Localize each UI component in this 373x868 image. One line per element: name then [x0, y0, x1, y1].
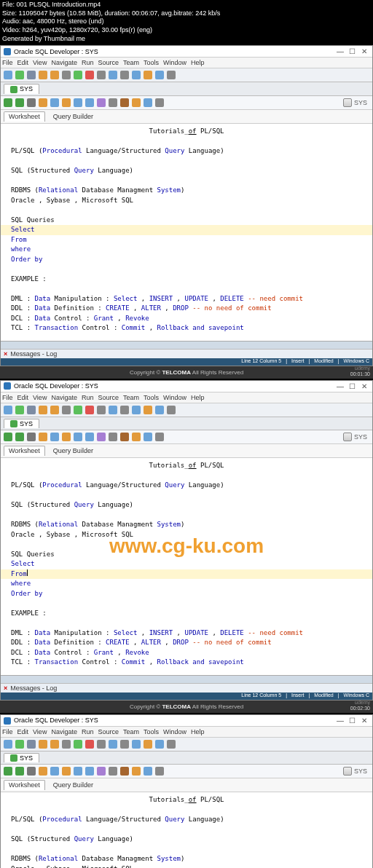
- tab-query-builder[interactable]: Query Builder: [48, 111, 98, 122]
- connection-picker[interactable]: SYS: [341, 433, 369, 441]
- sql-toolbar-icon[interactable]: [27, 98, 36, 107]
- toolbar-icon[interactable]: [132, 71, 141, 79]
- toolbar-icon[interactable]: [27, 406, 36, 414]
- close-icon[interactable]: ×: [4, 350, 7, 358]
- sql-toolbar-icon[interactable]: [27, 767, 36, 776]
- sql-toolbar-icon[interactable]: [120, 767, 129, 776]
- sql-toolbar-icon[interactable]: [109, 98, 117, 107]
- maximize-button[interactable]: ☐: [347, 382, 357, 390]
- toolbar-icon[interactable]: [144, 71, 152, 79]
- tab-worksheet[interactable]: Worksheet: [4, 780, 45, 790]
- menu-item[interactable]: Run: [82, 59, 94, 66]
- toolbar-icon[interactable]: [50, 71, 59, 79]
- menu-item[interactable]: Help: [191, 59, 205, 66]
- tab-query-builder[interactable]: Query Builder: [48, 780, 98, 790]
- sql-toolbar-icon[interactable]: [27, 433, 36, 441]
- sql-editor[interactable]: Tutorials_of PL/SQL PL/SQL (Procedural L…: [1, 458, 372, 675]
- sql-toolbar-icon[interactable]: [97, 767, 106, 776]
- toolbar-icon[interactable]: [109, 406, 117, 414]
- toolbar-icon[interactable]: [4, 406, 12, 414]
- sql-toolbar-icon[interactable]: [74, 98, 82, 107]
- sql-toolbar-icon[interactable]: [144, 98, 152, 107]
- toolbar-icon[interactable]: [39, 71, 47, 79]
- toolbar-icon[interactable]: [97, 740, 106, 749]
- tab-worksheet[interactable]: Worksheet: [4, 111, 45, 122]
- menu-item[interactable]: View: [33, 728, 47, 735]
- close-button[interactable]: ✕: [359, 382, 369, 390]
- sql-toolbar-icon[interactable]: [155, 433, 164, 441]
- menu-item[interactable]: Tools: [144, 394, 159, 401]
- messages-tab[interactable]: ×Messages - Log: [1, 683, 372, 693]
- toolbar-icon[interactable]: [62, 740, 71, 749]
- sql-toolbar-icon[interactable]: [132, 98, 141, 107]
- connection-tab[interactable]: SYS: [4, 419, 39, 429]
- toolbar-icon[interactable]: [74, 740, 82, 749]
- close-icon[interactable]: ×: [4, 684, 7, 692]
- sql-toolbar-icon[interactable]: [132, 767, 141, 776]
- sql-toolbar-icon[interactable]: [85, 433, 94, 441]
- menu-item[interactable]: Edit: [17, 59, 29, 66]
- sql-toolbar-icon[interactable]: [15, 98, 24, 107]
- toolbar-icon[interactable]: [15, 406, 24, 414]
- menu-item[interactable]: File: [2, 394, 13, 401]
- sql-toolbar-icon[interactable]: [144, 767, 152, 776]
- toolbar-icon[interactable]: [74, 71, 82, 79]
- sql-toolbar-icon[interactable]: [4, 98, 12, 107]
- toolbar-icon[interactable]: [120, 71, 129, 79]
- menu-item[interactable]: Source: [98, 728, 119, 735]
- sql-toolbar-icon[interactable]: [155, 98, 164, 107]
- sql-toolbar-icon[interactable]: [39, 433, 47, 441]
- toolbar-icon[interactable]: [155, 740, 164, 749]
- menu-item[interactable]: File: [2, 728, 13, 735]
- toolbar-icon[interactable]: [109, 71, 117, 79]
- toolbar-icon[interactable]: [62, 406, 71, 414]
- toolbar-icon[interactable]: [144, 740, 152, 749]
- maximize-button[interactable]: ☐: [347, 717, 357, 725]
- toolbar-icon[interactable]: [62, 71, 71, 79]
- menu-item[interactable]: Tools: [144, 728, 159, 735]
- connection-picker[interactable]: SYS: [341, 98, 369, 107]
- menu-item[interactable]: Run: [82, 394, 94, 401]
- sql-toolbar-icon[interactable]: [50, 767, 59, 776]
- messages-tab[interactable]: ×Messages - Log: [1, 349, 372, 358]
- toolbar-icon[interactable]: [85, 71, 94, 79]
- toolbar-icon[interactable]: [4, 740, 12, 749]
- minimize-button[interactable]: —: [335, 382, 345, 390]
- sql-toolbar-icon[interactable]: [74, 767, 82, 776]
- maximize-button[interactable]: ☐: [347, 47, 357, 55]
- toolbar-icon[interactable]: [167, 740, 176, 749]
- sql-toolbar-icon[interactable]: [4, 433, 12, 441]
- toolbar-icon[interactable]: [144, 406, 152, 414]
- menu-item[interactable]: Window: [163, 728, 186, 735]
- sql-toolbar-icon[interactable]: [109, 433, 117, 441]
- toolbar-icon[interactable]: [120, 740, 129, 749]
- sql-toolbar-icon[interactable]: [50, 433, 59, 441]
- minimize-button[interactable]: —: [335, 47, 345, 55]
- menu-item[interactable]: Help: [191, 394, 205, 401]
- sql-toolbar-icon[interactable]: [39, 767, 47, 776]
- sql-toolbar-icon[interactable]: [74, 433, 82, 441]
- menu-item[interactable]: Window: [163, 394, 186, 401]
- menu-item[interactable]: View: [33, 394, 47, 401]
- editor-scrollbar[interactable]: [1, 341, 372, 349]
- toolbar-icon[interactable]: [132, 740, 141, 749]
- sql-toolbar-icon[interactable]: [50, 98, 59, 107]
- connection-picker[interactable]: SYS: [341, 767, 369, 776]
- sql-toolbar-icon[interactable]: [15, 433, 24, 441]
- sql-toolbar-icon[interactable]: [15, 767, 24, 776]
- menu-item[interactable]: View: [33, 59, 47, 66]
- menu-item[interactable]: Navigate: [51, 728, 77, 735]
- sql-toolbar-icon[interactable]: [97, 98, 106, 107]
- toolbar-icon[interactable]: [85, 406, 94, 414]
- menu-item[interactable]: Source: [98, 394, 119, 401]
- tab-query-builder[interactable]: Query Builder: [48, 446, 98, 456]
- menu-item[interactable]: Help: [191, 728, 205, 735]
- toolbar-icon[interactable]: [167, 406, 176, 414]
- sql-toolbar-icon[interactable]: [85, 767, 94, 776]
- sql-toolbar-icon[interactable]: [4, 767, 12, 776]
- toolbar-icon[interactable]: [155, 71, 164, 79]
- toolbar-icon[interactable]: [132, 406, 141, 414]
- toolbar-icon[interactable]: [4, 71, 12, 79]
- menu-item[interactable]: Team: [123, 728, 139, 735]
- close-button[interactable]: ✕: [359, 47, 369, 55]
